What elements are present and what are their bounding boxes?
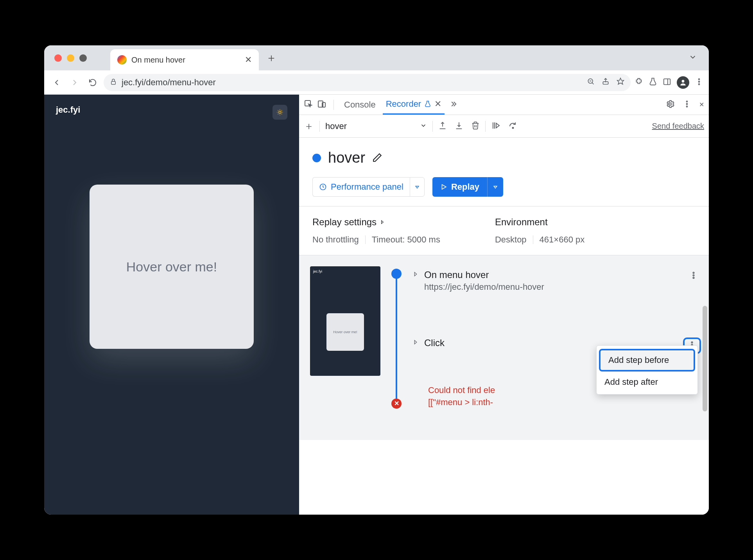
step-url: https://jec.fyi/demo/menu-hover xyxy=(424,282,544,292)
side-panel-icon[interactable] xyxy=(663,77,671,88)
url-input[interactable]: jec.fyi/demo/menu-hover xyxy=(104,74,631,91)
url-text: jec.fyi/demo/menu-hover xyxy=(122,77,216,88)
svg-point-32 xyxy=(513,127,514,128)
env-device: Desktop xyxy=(495,235,527,245)
settings-icon[interactable] xyxy=(665,99,675,110)
svg-rect-0 xyxy=(111,81,116,84)
step-title: On menu hover xyxy=(424,269,544,280)
tab-favicon-icon xyxy=(117,55,127,65)
svg-point-9 xyxy=(699,79,700,80)
menu-add-step-after[interactable]: Add step after xyxy=(597,372,697,392)
new-recording-button[interactable]: ＋ xyxy=(304,119,314,133)
menu-add-step-before[interactable]: Add step before xyxy=(599,349,695,372)
replay-dropdown[interactable] xyxy=(487,177,503,197)
reload-button[interactable] xyxy=(86,75,100,90)
browser-tab[interactable]: On menu hover ✕ xyxy=(110,49,259,70)
recording-name: hover xyxy=(328,149,365,166)
device-mode-icon[interactable] xyxy=(317,99,326,110)
devtools-menu-icon[interactable] xyxy=(683,100,691,110)
svg-marker-36 xyxy=(494,186,497,188)
tab-recorder[interactable]: Recorder ✕ xyxy=(383,95,445,115)
forward-button[interactable] xyxy=(68,75,82,90)
recording-name-row: hover xyxy=(312,149,696,166)
expand-icon[interactable] xyxy=(412,271,419,279)
more-tabs-icon[interactable] xyxy=(448,100,457,110)
svg-marker-37 xyxy=(382,221,384,224)
expand-icon[interactable] xyxy=(412,339,419,347)
lock-icon xyxy=(110,77,117,88)
recording-indicator-icon xyxy=(312,154,321,162)
chevron-right-icon xyxy=(380,219,385,225)
browser-actions xyxy=(635,76,703,89)
timeline-dot-icon xyxy=(391,269,402,279)
export-icon[interactable] xyxy=(438,121,447,131)
hover-card[interactable]: Hover over me! xyxy=(90,185,254,349)
theme-toggle-button[interactable] xyxy=(273,105,287,120)
svg-line-20 xyxy=(281,110,282,111)
bookmark-icon[interactable] xyxy=(617,77,624,88)
close-tab-recorder-icon[interactable]: ✕ xyxy=(434,99,441,109)
send-feedback-link[interactable]: Send feedback xyxy=(652,122,704,131)
svg-marker-31 xyxy=(496,123,499,128)
browser-window: On menu hover ✕ ＋ jec.fyi/demo/menu-hove… xyxy=(44,45,709,515)
delete-icon[interactable] xyxy=(471,121,480,131)
profile-avatar[interactable] xyxy=(677,76,689,89)
browser-menu-icon[interactable] xyxy=(695,77,703,88)
step-context-menu: Add step before Add step after xyxy=(596,345,698,395)
tab-overflow-icon[interactable] xyxy=(688,53,697,63)
svg-line-17 xyxy=(278,110,278,111)
content-area: jec.fyi Hover over me! Console Recorder xyxy=(44,95,709,515)
env-size: 461×660 px xyxy=(540,235,585,245)
svg-point-39 xyxy=(693,272,694,273)
tab-console[interactable]: Console xyxy=(341,95,379,115)
replay-button[interactable]: Replay xyxy=(432,177,487,197)
maximize-window-icon[interactable] xyxy=(79,54,87,62)
svg-point-26 xyxy=(687,106,688,107)
inspect-icon[interactable] xyxy=(304,99,313,110)
svg-line-2 xyxy=(592,83,593,84)
timeline-error-icon: ✕ xyxy=(391,398,402,409)
rendered-page: jec.fyi Hover over me! xyxy=(44,95,299,515)
tab-title: On menu hover xyxy=(131,56,185,65)
minimize-window-icon[interactable] xyxy=(67,54,74,62)
labs-icon[interactable] xyxy=(649,77,657,88)
zoom-out-icon[interactable] xyxy=(587,77,595,88)
hover-card-text: Hover over me! xyxy=(126,259,217,275)
svg-point-24 xyxy=(687,101,688,102)
omnibox-actions xyxy=(587,77,624,88)
environment-heading: Environment xyxy=(495,217,548,228)
recorder-toolbar: ＋ hover Send feedback xyxy=(299,115,709,138)
step-over-icon[interactable] xyxy=(508,121,518,132)
step-play-icon[interactable] xyxy=(491,121,500,132)
timeout-value: Timeout: 5000 ms xyxy=(372,235,440,245)
scrollbar[interactable] xyxy=(703,306,707,411)
throttling-value: No throttling xyxy=(312,235,359,245)
close-tab-icon[interactable]: ✕ xyxy=(245,55,252,65)
step-item-navigate[interactable]: On menu hover https://jec.fyi/demo/menu-… xyxy=(412,266,701,295)
svg-point-10 xyxy=(699,81,700,82)
share-icon[interactable] xyxy=(602,77,610,88)
svg-point-40 xyxy=(693,275,694,276)
recording-select[interactable]: hover xyxy=(325,121,427,131)
replay-settings-heading[interactable]: Replay settings xyxy=(312,217,440,228)
svg-point-8 xyxy=(682,80,685,83)
back-button[interactable] xyxy=(50,75,64,90)
devtools-panel: Console Recorder ✕ ✕ ＋ hover xyxy=(299,95,709,515)
replay-button-group: Replay xyxy=(432,177,503,197)
recorder-main: hover Performance panel xyxy=(299,138,709,515)
close-devtools-icon[interactable]: ✕ xyxy=(699,101,704,108)
edit-name-icon[interactable] xyxy=(372,149,382,166)
import-icon[interactable] xyxy=(455,121,463,131)
close-window-icon[interactable] xyxy=(54,54,62,62)
performance-panel-dropdown[interactable] xyxy=(410,177,425,197)
flask-icon xyxy=(424,101,431,108)
timeline: ✕ xyxy=(391,266,402,409)
step-menu-button[interactable] xyxy=(686,269,701,283)
devtools-tabbar: Console Recorder ✕ ✕ xyxy=(299,95,709,115)
svg-marker-34 xyxy=(416,186,419,188)
site-title: jec.fyi xyxy=(56,105,80,120)
new-tab-button[interactable]: ＋ xyxy=(266,50,277,65)
performance-panel-button[interactable]: Performance panel xyxy=(312,177,425,197)
tab-strip: On menu hover ✕ ＋ xyxy=(44,45,709,70)
extensions-icon[interactable] xyxy=(635,77,643,88)
